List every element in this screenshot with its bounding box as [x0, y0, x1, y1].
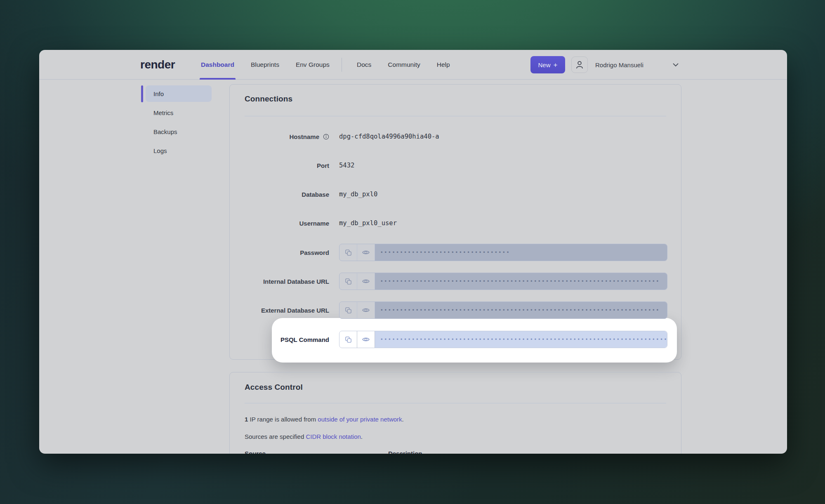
- copy-button[interactable]: [339, 331, 357, 348]
- field-label: Hostname: [230, 133, 329, 140]
- ip-range-text: 1 IP range is allowed from outside of yo…: [245, 416, 404, 423]
- info-icon: [323, 134, 329, 140]
- masked-dots: ••••••••••••••••••••••••••••••••••••••••…: [381, 306, 660, 313]
- access-control-panel: Access Control 1 IP range is allowed fro…: [229, 372, 681, 454]
- connections-panel: Connections Hostnamedpg-cfd8qola4996a90h…: [229, 84, 681, 360]
- field-value: 5432: [339, 162, 354, 169]
- eye-icon: [362, 306, 370, 314]
- divider: [245, 116, 666, 116]
- nav-primary-links: DashboardBlueprintsEnv Groups: [201, 50, 330, 80]
- nav-link-dashboard[interactable]: Dashboard: [201, 50, 234, 80]
- connection-row-username: Usernamemy_db_pxl0_user: [230, 214, 681, 232]
- sidebar-item-metrics[interactable]: Metrics: [146, 104, 212, 121]
- secret-field-group: •••••••••••••••••••••••••••••••••: [339, 244, 667, 261]
- field-value: dpg-cfd8qola4996a90hia40-a: [339, 133, 439, 140]
- description-column-header: Description: [388, 450, 422, 454]
- hostname-info-button[interactable]: [323, 134, 329, 140]
- masked-value: ••••••••••••••••••••••••••••••••••••••••…: [375, 302, 667, 318]
- connection-row-external-database-url: External Database URL•••••••••••••••••••…: [230, 301, 681, 319]
- sources-suffix: .: [361, 433, 363, 440]
- copy-button[interactable]: [339, 302, 357, 318]
- sources-prefix: Sources are specified: [245, 433, 306, 440]
- reveal-button[interactable]: [357, 273, 375, 290]
- new-button[interactable]: New +: [530, 56, 565, 73]
- eye-icon: [362, 277, 370, 285]
- masked-value: ••••••••••••••••••••••••••••••••••••••••…: [375, 273, 667, 290]
- nav-secondary-links: DocsCommunityHelp: [357, 50, 450, 80]
- nav-divider: [342, 58, 342, 72]
- masked-value: •••••••••••••••••••••••••••••••••: [375, 244, 667, 261]
- copy-icon: [344, 278, 352, 285]
- eye-icon: [362, 335, 370, 344]
- source-column-header: Source: [245, 450, 266, 454]
- divider: [245, 403, 666, 403]
- render-logo[interactable]: render: [140, 50, 175, 80]
- nav-link-docs[interactable]: Docs: [357, 50, 371, 80]
- field-label-text: Database: [302, 191, 329, 198]
- masked-dots: ••••••••••••••••••••••••••••••••••••••••…: [381, 336, 667, 342]
- field-label: Port: [230, 162, 329, 169]
- field-label: PSQL Command: [230, 336, 329, 343]
- field-label: Internal Database URL: [230, 278, 329, 285]
- field-label-text: Username: [299, 220, 329, 227]
- connection-row-port: Port5432: [230, 156, 681, 174]
- sidebar-item-backups[interactable]: Backups: [146, 123, 212, 140]
- nav-link-blueprints[interactable]: Blueprints: [251, 50, 279, 80]
- ip-range-prefix: IP range is allowed from: [248, 416, 318, 423]
- access-control-title: Access Control: [245, 383, 303, 392]
- reveal-button[interactable]: [357, 244, 375, 261]
- field-label-text: Internal Database URL: [263, 278, 329, 285]
- sidebar-item-info[interactable]: Info: [146, 85, 212, 102]
- connection-row-internal-database-url: Internal Database URL•••••••••••••••••••…: [230, 272, 681, 290]
- masked-dots: •••••••••••••••••••••••••••••••••: [381, 249, 511, 255]
- field-label-text: Port: [317, 162, 329, 169]
- connection-row-password: Password••••••••••••••••••••••••••••••••…: [230, 243, 681, 261]
- copy-icon: [344, 306, 352, 314]
- field-value: my_db_pxl0: [339, 191, 377, 198]
- field-label-text: PSQL Command: [280, 336, 329, 343]
- copy-icon: [344, 336, 352, 344]
- field-label: Database: [230, 191, 329, 198]
- sidebar-item-logs[interactable]: Logs: [146, 142, 212, 159]
- avatar[interactable]: [571, 57, 588, 73]
- connection-row-psql-command: PSQL Command••••••••••••••••••••••••••••…: [230, 330, 681, 349]
- field-value: my_db_pxl0_user: [339, 219, 397, 227]
- secret-field-group: ••••••••••••••••••••••••••••••••••••••••…: [339, 331, 667, 348]
- connections-title: Connections: [245, 94, 292, 104]
- ip-range-suffix: .: [402, 416, 404, 423]
- secret-field-group: ••••••••••••••••••••••••••••••••••••••••…: [339, 301, 667, 319]
- private-network-link[interactable]: outside of your private network: [318, 416, 402, 423]
- masked-value: ••••••••••••••••••••••••••••••••••••••••…: [375, 331, 667, 348]
- top-nav: render DashboardBlueprintsEnv Groups Doc…: [39, 50, 787, 80]
- eye-icon: [362, 248, 370, 257]
- user-name: Rodrigo Mansueli: [595, 50, 644, 80]
- user-icon: [574, 59, 585, 70]
- field-label-text: Password: [300, 249, 329, 256]
- field-label-text: Hostname: [289, 133, 319, 140]
- cidr-notation-link[interactable]: CIDR block notation: [306, 433, 361, 440]
- masked-dots: ••••••••••••••••••••••••••••••••••••••••…: [381, 278, 660, 284]
- plus-icon: +: [554, 61, 558, 68]
- nav-link-env-groups[interactable]: Env Groups: [296, 50, 330, 80]
- field-label: Username: [230, 220, 329, 227]
- sources-text: Sources are specified CIDR block notatio…: [245, 433, 363, 440]
- nav-link-help[interactable]: Help: [437, 50, 450, 80]
- reveal-button[interactable]: [357, 302, 375, 318]
- copy-button[interactable]: [339, 273, 357, 290]
- chevron-down-icon: [673, 63, 679, 67]
- connection-row-hostname: Hostnamedpg-cfd8qola4996a90hia40-a: [230, 127, 681, 146]
- dashboard-window: render DashboardBlueprintsEnv Groups Doc…: [39, 50, 787, 454]
- secret-field-group: ••••••••••••••••••••••••••••••••••••••••…: [339, 273, 667, 290]
- copy-icon: [344, 249, 352, 257]
- field-label: Password: [230, 249, 329, 256]
- account-menu-toggle[interactable]: [673, 50, 679, 80]
- reveal-button[interactable]: [357, 331, 375, 348]
- connection-row-database: Databasemy_db_pxl0: [230, 185, 681, 203]
- new-button-label: New: [538, 61, 551, 68]
- field-label-text: External Database URL: [261, 307, 329, 314]
- sidebar-active-indicator: [141, 85, 143, 102]
- copy-button[interactable]: [339, 244, 357, 261]
- field-label: External Database URL: [230, 307, 329, 314]
- nav-link-community[interactable]: Community: [388, 50, 420, 80]
